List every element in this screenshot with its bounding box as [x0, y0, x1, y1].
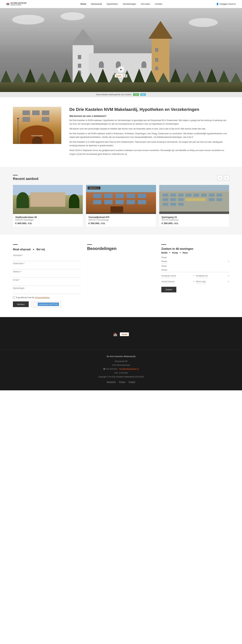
search-select-wrapper-plaats: Plaats [161, 259, 229, 264]
search-type-beide[interactable]: Beide [161, 252, 168, 254]
recaptcha-check[interactable] [33, 302, 36, 306]
search-count: 46 [176, 247, 180, 250]
property-info-3: Quiringang 15 219 CE Zoetermeer € 350.00… [159, 214, 229, 226]
comm-win-6 [201, 194, 207, 196]
comm-win-3 [178, 194, 184, 196]
footer-kvk: KvK: 27321349 [13, 371, 229, 375]
footer-phone: ☎ 079-3167167 [103, 368, 118, 370]
privacy-text: Ik ga akkoord met de [16, 296, 34, 299]
login-button[interactable]: 👤 Inloggen move.nl [216, 3, 236, 5]
about-section: De Drie Kastelen De Drie Kastelen NVM Ma… [0, 97, 242, 167]
footer-email: info@dedriekastelen.nl [119, 368, 139, 370]
tree-7 [73, 70, 84, 83]
privacy-link[interactable]: privacyverklaring [35, 296, 50, 299]
search-column: Zoeken in 46 woningen Beide Koop Huur Pl… [161, 244, 229, 308]
field-telefoon: Telefoon * [13, 270, 81, 278]
input-voornaam[interactable] [13, 257, 81, 261]
nav-hypotheken[interactable]: Hypotheken [107, 3, 118, 5]
footer-link-privacy[interactable]: Privacy [119, 380, 125, 384]
nav-contact[interactable]: Contact [155, 3, 162, 5]
property-info-2: Vreeswijkstraat 675 2544 A6 's-Gravenhag… [86, 214, 156, 226]
funda-logo: funda [115, 74, 122, 78]
header: DE DRIE KASTELEN MAKELAARDIJ Home Makela… [0, 0, 242, 8]
tree-8 [85, 72, 96, 83]
recaptcha-logo: protected by reCAPTCHA [38, 302, 59, 306]
contact-title-area [13, 244, 81, 245]
nav-makelaardij[interactable]: Makelaardij [91, 3, 102, 5]
comm-win-15 [170, 203, 176, 206]
property-card-1[interactable]: Stadhouderslaan 28 6136 EN Vlaardingen €… [13, 185, 83, 226]
search-button[interactable]: Zoeken [161, 287, 176, 292]
prev-arrow[interactable]: ‹ [218, 175, 223, 180]
property-price-2: € 300.000,- k.k. [88, 222, 154, 224]
search-type-tabs: Beide Koop Huur [161, 252, 229, 254]
office-door [32, 136, 42, 144]
tree-17 [194, 70, 206, 83]
label-achternaam: Achternaam * [13, 262, 81, 265]
input-email[interactable] [13, 282, 81, 286]
search-type-koop[interactable]: Koop [172, 252, 178, 254]
search-field-plaats: Plaats Plaats [161, 256, 229, 264]
footer-link-contact[interactable]: Contact [128, 380, 135, 384]
tree-3 [24, 68, 36, 83]
apt-base [86, 212, 156, 214]
tree-18 [206, 68, 218, 83]
search-koopprijs-van[interactable]: Koopprijs vanaf [161, 274, 176, 278]
nav-home[interactable]: Home [80, 3, 86, 5]
search-dot-2 [180, 252, 181, 253]
user-icon: 👤 [216, 3, 219, 5]
search-select-plaats[interactable]: Plaats [161, 259, 167, 264]
window-8 [155, 48, 158, 52]
tree-1 [16, 192, 29, 208]
shop-sign [186, 198, 205, 201]
comm-win-2 [170, 194, 176, 196]
search-rooms-row: Aantal kamers Woon opp. [161, 279, 229, 284]
recaptcha-text: protected by reCAPTCHA [39, 303, 58, 305]
comm-win-7 [209, 194, 214, 196]
tab-dot [33, 249, 34, 250]
search-koopprijs-tot[interactable]: Koopprijs tot [196, 274, 208, 278]
cloud-1 [12, 15, 44, 24]
tree-19 [218, 70, 230, 83]
tree-2 [69, 194, 80, 208]
hero-play-button[interactable] [118, 66, 124, 72]
comm-win-10 [170, 198, 176, 201]
cookie-info-button[interactable]: Info [140, 93, 146, 96]
tab-maak-afspraak[interactable]: Maak afspraak [13, 248, 31, 251]
search-koopprijs-tot-wrapper: Koopprijs tot [196, 274, 229, 278]
window-6 [142, 61, 146, 68]
property-street-2: Vreeswijkstraat 675 [88, 216, 154, 218]
input-telefoon[interactable] [13, 273, 81, 278]
tree-1 [0, 70, 12, 83]
search-input-straat[interactable] [161, 268, 229, 272]
submit-button[interactable]: Verstuur [13, 302, 29, 307]
privacy-checkbox[interactable] [13, 296, 15, 298]
search-kamers[interactable]: Aantal kamers [161, 279, 175, 284]
about-para-5: Sinds 2016 is Stephanie Groos als gedipl… [69, 148, 229, 156]
property-city-2: 2544 A6 's-Gravenhage [88, 219, 154, 221]
footer-link-disclaimer[interactable]: Disclaimer [107, 380, 116, 384]
apt-win-4 [127, 194, 135, 198]
property-card-2[interactable]: Verkocht o.v. Vreeswijkstraat 675 2544 A… [86, 185, 156, 226]
search-type-huur[interactable]: Huur [183, 252, 188, 254]
nav-verzekeringen[interactable]: Verzekeringen [122, 3, 136, 5]
field-opmerkingen: Opmerkingen [13, 287, 81, 294]
property-price-1: € 400.000,- k.k. [15, 222, 80, 224]
property-card-3[interactable]: Quiringang 15 219 CE Zoetermeer € 350.00… [159, 185, 229, 226]
tab-bel-mij[interactable]: Bel mij [36, 248, 45, 251]
tree-9 [97, 68, 108, 83]
cookie-ok-button[interactable]: Oké [133, 93, 139, 96]
about-title: De Drie Kastelen NVM Makelaardij, Hypoth… [69, 107, 229, 112]
next-arrow[interactable]: › [224, 175, 229, 180]
comm-win-16 [178, 203, 184, 206]
input-opmerkingen[interactable] [13, 290, 81, 294]
label-email: E-mail * [13, 279, 81, 281]
search-woon-opp[interactable]: Woon opp. [196, 279, 206, 284]
input-achternaam[interactable] [13, 265, 81, 269]
footer-contact-row: ☎ 079-3167167 info@dedriekastelen.nl [13, 367, 229, 371]
bottom-section: Maak afspraak Bel mij Voornaam * Achtern… [0, 234, 242, 317]
footer-address-2: 2710 AM Zoetermeer [13, 363, 229, 367]
nav-ons-team[interactable]: Ons team [141, 3, 150, 5]
about-para-4: De Drie Kastelen is in 2008 opgericht do… [69, 140, 229, 147]
footer-bottom: De Drie Kastelen Makelaardij Dorpsstraat… [0, 349, 242, 390]
